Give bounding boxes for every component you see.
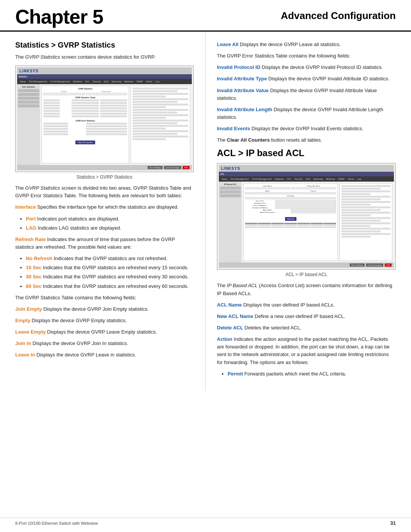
content-area: Statistics > GVRP Statistics The GVRP St…: [0, 32, 411, 391]
acl-intro: The IP Based ACL (Access Control List) s…: [217, 282, 396, 297]
bullet-30sec: 30 Sec Indicates that the GVRP statistic…: [26, 273, 194, 281]
clear-all-text: The Clear All Counters button resets all…: [217, 136, 396, 144]
acl-screenshot: LINKSYS ACL Setup Port Management VLAN M…: [217, 163, 396, 270]
page-footer: 8-Port 10/100 Ethernet Switch with Webvi…: [0, 518, 411, 526]
action-field: Action Indicates the action assigned to …: [217, 335, 396, 366]
page-header: Chapter 5 Advanced Configuration: [0, 0, 411, 32]
invalid-attr-length-label: Invalid Attribute Length: [217, 107, 272, 112]
gvrp-screenshot: LINKSYS Statistics Setup Port Management…: [15, 66, 194, 172]
new-acl-name-label: New ACL Name: [217, 313, 253, 319]
invalid-attr-length-field: Invalid Attribute Length Displays the de…: [217, 106, 396, 121]
gvrp-intro: The GVRP Statistics screen contains devi…: [15, 53, 194, 61]
join-in-field: Join In Displays the device GVRP Join In…: [15, 340, 194, 347]
bullet-permit: Permit Forwards packets which meet the A…: [228, 370, 396, 378]
footer-page-number: 31: [390, 520, 396, 526]
gvrp-section-heading: Statistics > GVRP Statistics: [15, 41, 194, 50]
bullet-60sec: 60 Sec Indicates that the GVRP statistic…: [26, 283, 194, 290]
invalid-events-field: Invalid Events Displays the device GVRP …: [217, 125, 396, 133]
footer-device-label: 8-Port 10/100 Ethernet Switch with Webvi…: [15, 521, 98, 526]
section-title-header: Advanced Configuration: [281, 7, 396, 22]
leave-empty-label: Leave Empty: [15, 329, 46, 335]
table-fields-intro: The GVRP Statistics Table contains the f…: [15, 294, 194, 302]
bullet-port: Port Indicates port statistics are displ…: [26, 215, 194, 223]
new-acl-name-field: New ACL Name Define a new user-defined I…: [217, 313, 396, 320]
empty-label: Empty: [15, 318, 30, 323]
chapter-title: Chapter 5: [15, 7, 103, 27]
invalid-attr-type-label: Invalid Attribute Type: [217, 76, 267, 81]
acl-name-label: ACL Name: [217, 302, 242, 308]
leave-in-label: Leave In: [15, 352, 35, 358]
join-empty-field: Join Empty Displays the device GVRP Join…: [15, 305, 194, 313]
invalid-attr-type-field: Invalid Attribute Type Displays the devi…: [217, 75, 396, 83]
error-table-intro: The GVRP Error Statistics Table contains…: [217, 52, 396, 60]
action-bullets: Permit Forwards packets which meet the A…: [217, 370, 396, 378]
invalid-attr-value-field: Invalid Attribute Value Displays the dev…: [217, 87, 396, 102]
bullet-15sec: 15 Sec Indicates that the GVRP statistic…: [26, 264, 194, 272]
refresh-bullets: No Refresh Indicates that the GVRP stati…: [15, 255, 194, 290]
gvrp-para-after: The GVRP Statistics screen is divided in…: [15, 184, 194, 200]
join-empty-label: Join Empty: [15, 306, 42, 312]
invalid-events-label: Invalid Events: [217, 126, 250, 131]
acl-name-field: ACL Name Displays the user-defined IP ba…: [217, 301, 396, 309]
interface-field: Interface Specifies the interface type f…: [15, 203, 194, 211]
interface-label: Interface: [15, 204, 36, 210]
bullet-lag: LAG Indicates LAG statistics are display…: [26, 224, 194, 232]
invalid-protocol-label: Invalid Protocol ID: [217, 64, 260, 70]
invalid-attr-value-label: Invalid Attribute Value: [217, 88, 269, 93]
interface-bullets: Port Indicates port statistics are displ…: [15, 215, 194, 232]
acl-screenshot-caption: ACL > IP based ACL: [217, 272, 396, 277]
join-in-label: Join In: [15, 340, 31, 346]
acl-section-heading: ACL > IP based ACL: [217, 148, 396, 158]
empty-field: Empty Displays the device GVRP Empty sta…: [15, 317, 194, 324]
leave-all-label: Leave All: [217, 42, 239, 47]
leave-all-field: Leave All Displays the device GVRP Leave…: [217, 41, 396, 48]
leave-empty-field: Leave Empty Displays the device GVRP Lea…: [15, 328, 194, 336]
delete-acl-field: Delete ACL Deletes the selected ACL.: [217, 324, 396, 332]
action-label: Action: [217, 336, 232, 342]
delete-acl-label: Delete ACL: [217, 325, 243, 331]
bullet-no-refresh: No Refresh Indicates that the GVRP stati…: [26, 255, 194, 262]
gvrp-screenshot-caption: Statistics > GVRP Statistics: [15, 174, 194, 180]
leave-in-field: Leave In Displays the device GVRP Leave …: [15, 351, 194, 359]
refresh-rate-label: Refresh Rate: [15, 236, 46, 242]
invalid-protocol-field: Invalid Protocol ID Displays the device …: [217, 64, 396, 71]
right-column: Leave All Displays the device GVRP Leave…: [206, 32, 411, 391]
refresh-rate-field: Refresh Rate Indicates the amount of tim…: [15, 236, 194, 251]
left-column: Statistics > GVRP Statistics The GVRP St…: [0, 32, 206, 391]
